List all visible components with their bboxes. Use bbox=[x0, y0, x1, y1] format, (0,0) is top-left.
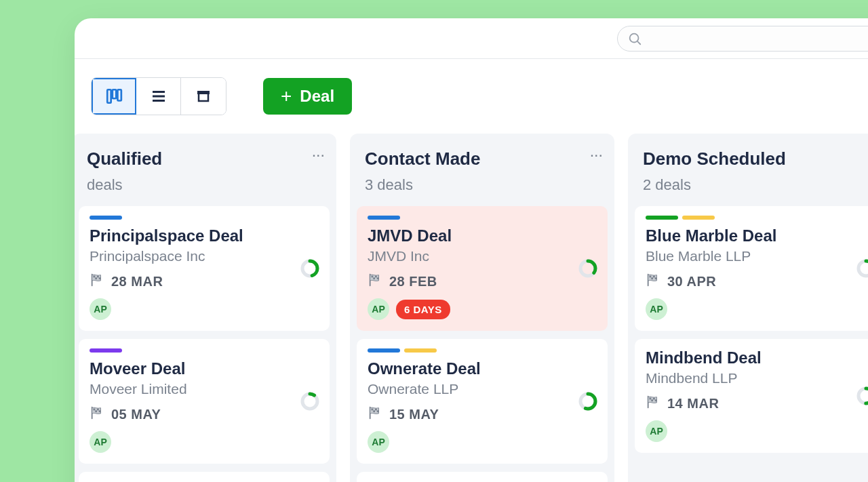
deal-date: 28 MAR bbox=[111, 274, 163, 289]
deal-name: Blue Marble Deal bbox=[646, 226, 868, 245]
kanban-board: Qualified deals ··· Principalspace Deal … bbox=[75, 134, 868, 482]
archive-icon bbox=[195, 88, 212, 104]
deal-card[interactable]: Moveer Deal Moveer Limited 05 MAY AP bbox=[79, 339, 330, 464]
column-header: Qualified deals ··· bbox=[75, 134, 336, 206]
svg-rect-34 bbox=[377, 410, 379, 412]
svg-rect-38 bbox=[653, 276, 655, 278]
column-title: Qualified bbox=[87, 148, 321, 169]
deal-date: 15 MAY bbox=[389, 407, 439, 422]
svg-rect-26 bbox=[375, 276, 377, 278]
svg-rect-16 bbox=[99, 277, 101, 279]
deal-name: Principalspace Deal bbox=[90, 226, 319, 245]
avatar: AP bbox=[646, 298, 667, 320]
deal-chips: AP bbox=[646, 298, 868, 320]
svg-rect-39 bbox=[651, 277, 653, 279]
tag-stripe bbox=[368, 216, 400, 220]
flag-icon bbox=[90, 273, 104, 290]
svg-rect-20 bbox=[97, 409, 99, 411]
flag-icon bbox=[368, 405, 382, 423]
column-title: Contact Made bbox=[365, 148, 599, 169]
avatar: AP bbox=[368, 298, 389, 320]
deal-card[interactable]: Omnicorp Deal Omnicorp bbox=[357, 472, 608, 482]
svg-rect-7 bbox=[153, 100, 165, 102]
tag-stripe bbox=[368, 348, 400, 353]
deal-company: Principalspace Inc bbox=[90, 248, 319, 264]
deal-company: Moveer Limited bbox=[90, 381, 319, 397]
deal-date: 30 APR bbox=[667, 274, 716, 289]
tag-stripes bbox=[646, 216, 868, 220]
svg-rect-8 bbox=[197, 91, 210, 94]
svg-rect-45 bbox=[651, 399, 653, 401]
deal-date: 05 MAY bbox=[111, 407, 161, 422]
new-deal-button[interactable]: + Deal bbox=[263, 78, 352, 115]
app-window: + Deal Deliv Qualified deals ··· Princip… bbox=[75, 18, 868, 482]
tag-stripe bbox=[646, 216, 678, 220]
flag-icon bbox=[90, 405, 104, 423]
deal-chips: AP bbox=[90, 298, 319, 320]
deal-name: Mindbend Deal bbox=[646, 348, 868, 367]
deal-card[interactable]: Silicon Deal Silicon Links Inc bbox=[79, 472, 330, 482]
view-toggle bbox=[91, 77, 226, 115]
svg-rect-19 bbox=[94, 409, 96, 411]
deal-date-row: 14 MAR bbox=[646, 395, 868, 412]
deal-chips: AP bbox=[90, 431, 319, 453]
deal-card[interactable]: Ownerate Deal Ownerate LLP 15 MAY AP bbox=[357, 339, 608, 464]
deal-date-row: 28 MAR bbox=[90, 273, 319, 290]
deal-card[interactable]: Mindbend Deal Mindbend LLP 14 MAR AP bbox=[635, 339, 868, 453]
view-list-button[interactable] bbox=[136, 78, 181, 115]
tag-stripe bbox=[90, 348, 122, 353]
svg-line-1 bbox=[637, 41, 640, 44]
deal-company: JMVD Inc bbox=[368, 248, 597, 264]
svg-rect-46 bbox=[655, 399, 657, 401]
svg-rect-32 bbox=[375, 409, 377, 411]
column-menu-button[interactable]: ··· bbox=[591, 150, 604, 162]
deal-card[interactable]: JMVD Deal JMVD Inc 28 FEB AP 6 DAYS bbox=[357, 206, 608, 331]
deal-card[interactable]: Principalspace Deal Principalspace Inc 2… bbox=[79, 206, 330, 331]
svg-rect-6 bbox=[153, 96, 165, 98]
svg-rect-44 bbox=[653, 398, 655, 400]
view-board-button[interactable] bbox=[92, 78, 136, 115]
svg-rect-22 bbox=[99, 410, 101, 412]
tag-stripes bbox=[368, 216, 597, 220]
svg-rect-28 bbox=[377, 277, 379, 279]
search-icon bbox=[627, 31, 642, 46]
svg-rect-2 bbox=[107, 89, 111, 103]
column-cards: Principalspace Deal Principalspace Inc 2… bbox=[75, 206, 336, 482]
tag-stripes bbox=[368, 348, 597, 353]
tag-stripe bbox=[404, 348, 437, 353]
view-archive-button[interactable] bbox=[181, 78, 226, 115]
deal-date: 28 FEB bbox=[389, 274, 437, 289]
svg-rect-33 bbox=[373, 410, 375, 412]
deal-name: Ownerate Deal bbox=[368, 359, 597, 378]
svg-point-47 bbox=[859, 388, 868, 403]
board-icon bbox=[105, 87, 123, 105]
deal-company: Blue Marble LLP bbox=[646, 248, 868, 264]
svg-rect-3 bbox=[112, 89, 115, 98]
svg-rect-13 bbox=[94, 276, 96, 278]
deal-date-row: 15 MAY bbox=[368, 405, 597, 423]
column-header: Demo Scheduled 2 deals ··· bbox=[628, 134, 868, 206]
progress-ring bbox=[856, 258, 868, 279]
svg-rect-37 bbox=[650, 276, 652, 278]
svg-rect-14 bbox=[97, 276, 99, 278]
progress-ring bbox=[300, 391, 320, 411]
svg-rect-25 bbox=[372, 276, 374, 278]
column-contact-made: Contact Made 3 deals ··· JMVD Deal JMVD … bbox=[350, 134, 614, 482]
topbar bbox=[75, 18, 868, 59]
flag-icon bbox=[368, 273, 382, 290]
search-input[interactable] bbox=[617, 26, 868, 52]
new-deal-label: Deal bbox=[300, 87, 334, 106]
tag-stripes bbox=[90, 348, 319, 353]
svg-rect-27 bbox=[373, 277, 375, 279]
column-cards: JMVD Deal JMVD Inc 28 FEB AP 6 DAYS Owne… bbox=[350, 206, 614, 482]
avatar: AP bbox=[90, 431, 111, 453]
progress-ring bbox=[578, 258, 598, 279]
column-cards: Blue Marble Deal Blue Marble LLP 30 APR … bbox=[628, 206, 868, 460]
progress-ring bbox=[856, 386, 868, 406]
deal-card[interactable]: Blue Marble Deal Blue Marble LLP 30 APR … bbox=[635, 206, 868, 331]
deal-company: Ownerate LLP bbox=[368, 381, 597, 397]
column-menu-button[interactable]: ··· bbox=[313, 150, 326, 162]
deal-chips: AP 6 DAYS bbox=[368, 298, 597, 320]
deal-date: 14 MAR bbox=[667, 396, 719, 411]
toolbar: + Deal Deliv bbox=[75, 59, 868, 134]
